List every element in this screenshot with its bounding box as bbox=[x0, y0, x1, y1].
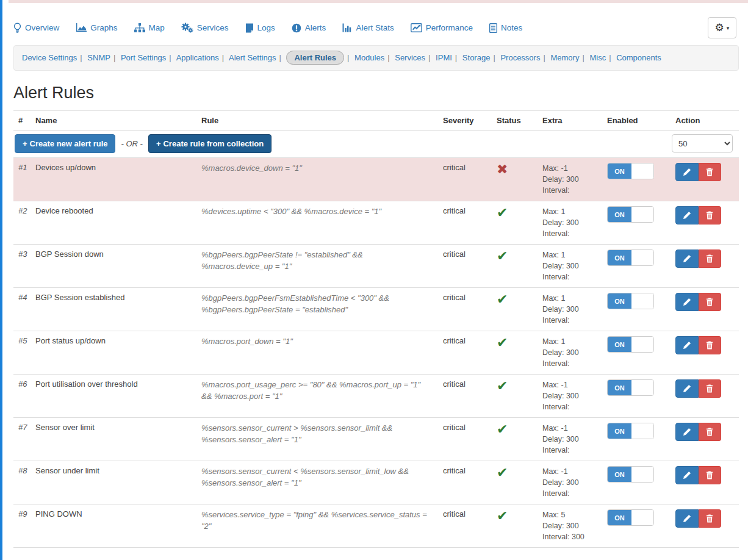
delete-rule-button[interactable] bbox=[699, 379, 721, 398]
subnav-alert-settings[interactable]: Alert Settings bbox=[229, 53, 276, 62]
delete-rule-button[interactable] bbox=[699, 293, 721, 311]
delete-rule-button[interactable] bbox=[699, 206, 721, 224]
create-new-alert-rule-button[interactable]: +Create new alert rule bbox=[15, 134, 115, 153]
rule-id: #3 bbox=[13, 245, 31, 288]
toggle-on-label: ON bbox=[608, 510, 631, 525]
extra-delay: Delay: 300 bbox=[542, 304, 597, 315]
delete-rule-button[interactable] bbox=[699, 509, 721, 528]
delete-rule-button[interactable] bbox=[699, 163, 721, 181]
sitemap-icon bbox=[134, 23, 145, 32]
subnav-storage[interactable]: Storage bbox=[462, 53, 491, 62]
page-size-select[interactable]: 50 bbox=[672, 134, 733, 153]
enabled-toggle[interactable]: ON bbox=[607, 423, 654, 439]
tab-label: Graphs bbox=[90, 23, 117, 32]
button-label: Create rule from collection bbox=[163, 139, 264, 148]
extra-delay: Delay: 300 bbox=[542, 390, 597, 401]
bar-chart-icon bbox=[342, 23, 352, 32]
tab-map[interactable]: Map bbox=[134, 23, 165, 32]
file-text-icon bbox=[489, 23, 497, 33]
plus-icon: + bbox=[23, 139, 27, 148]
status-check-icon bbox=[497, 205, 508, 220]
delete-rule-button[interactable] bbox=[699, 336, 721, 354]
enabled-toggle[interactable]: ON bbox=[607, 509, 654, 526]
subnav-services[interactable]: Services bbox=[395, 53, 425, 62]
gear-icon: ⚙ bbox=[715, 23, 724, 33]
toggle-handle bbox=[631, 380, 653, 395]
rule-severity: critical bbox=[438, 201, 492, 245]
subnav-misc[interactable]: Misc bbox=[589, 53, 606, 62]
toggle-on-label: ON bbox=[608, 207, 631, 222]
edit-rule-button[interactable] bbox=[675, 206, 699, 224]
subnav-modules[interactable]: Modules bbox=[354, 53, 384, 62]
table-header-row: # Name Rule Severity Status Extra Enable… bbox=[13, 111, 739, 131]
tab-alert-stats[interactable]: Alert Stats bbox=[342, 23, 394, 32]
toggle-handle bbox=[631, 293, 653, 309]
edit-rule-button[interactable] bbox=[675, 249, 699, 268]
edit-rule-button[interactable] bbox=[675, 509, 699, 528]
edit-rule-button[interactable] bbox=[675, 423, 699, 441]
toolbar-row: +Create new alert rule - OR - +Create ru… bbox=[13, 131, 739, 158]
extra-interval: Interval: bbox=[542, 315, 597, 326]
col-header-extra: Extra bbox=[538, 111, 602, 131]
rule-expression: %macros.port_down = "1" bbox=[196, 331, 438, 375]
col-header-num: # bbox=[13, 111, 31, 131]
tab-overview[interactable]: Overview bbox=[13, 23, 59, 34]
tab-graphs[interactable]: Graphs bbox=[76, 23, 117, 32]
extra-delay: Delay: 300 bbox=[542, 434, 597, 445]
tab-label: Overview bbox=[25, 23, 59, 32]
subnav-port-settings[interactable]: Port Settings bbox=[121, 53, 166, 62]
edit-rule-button[interactable] bbox=[675, 336, 699, 354]
delete-rule-button[interactable] bbox=[699, 249, 721, 268]
tab-notes[interactable]: Notes bbox=[489, 23, 522, 33]
toggle-on-label: ON bbox=[608, 250, 631, 265]
delete-rule-button[interactable] bbox=[699, 423, 721, 441]
extra-max: Max: 1 bbox=[542, 293, 597, 304]
subnav-snmp[interactable]: SNMP bbox=[87, 53, 110, 62]
device-settings-menu-button[interactable]: ⚙ ▾ bbox=[708, 17, 736, 38]
tab-label: Performance bbox=[426, 23, 473, 32]
enabled-toggle[interactable]: ON bbox=[607, 249, 654, 266]
toggle-on-label: ON bbox=[608, 163, 631, 179]
rule-severity: critical bbox=[438, 158, 492, 201]
enabled-toggle[interactable]: ON bbox=[607, 206, 654, 223]
tab-logs[interactable]: Logs bbox=[245, 23, 275, 33]
rule-expression: %macros.port_usage_perc >= "80" && %macr… bbox=[196, 375, 438, 418]
separator: | bbox=[428, 53, 430, 62]
line-chart-icon bbox=[411, 23, 422, 32]
tab-services[interactable]: Services bbox=[181, 23, 229, 33]
subnav-alert-rules-active[interactable]: Alert Rules bbox=[286, 51, 344, 65]
alert-rule-row: #1 Devices up/down %macros.device_down =… bbox=[13, 158, 739, 201]
separator: | bbox=[543, 53, 545, 62]
rule-severity: critical bbox=[438, 375, 492, 418]
enabled-toggle[interactable]: ON bbox=[607, 293, 654, 309]
edit-rule-button[interactable] bbox=[675, 293, 699, 311]
edit-rule-button[interactable] bbox=[675, 466, 699, 484]
extra-max: Max: 5 bbox=[542, 509, 597, 520]
edit-rule-button[interactable] bbox=[675, 163, 699, 181]
subnav-ipmi[interactable]: IPMI bbox=[436, 53, 452, 62]
or-text: - OR - bbox=[121, 139, 142, 148]
rule-severity: critical bbox=[438, 245, 492, 288]
alert-rule-row: #8 Sensor under limit %sensors.sensor_cu… bbox=[13, 461, 739, 504]
delete-rule-button[interactable] bbox=[699, 466, 721, 484]
enabled-toggle[interactable]: ON bbox=[607, 379, 654, 396]
subnav-device-settings[interactable]: Device Settings bbox=[22, 53, 77, 62]
toggle-on-label: ON bbox=[608, 380, 631, 395]
create-rule-from-collection-button[interactable]: +Create rule from collection bbox=[148, 134, 272, 153]
extra-interval: Interval: bbox=[542, 445, 597, 456]
enabled-toggle[interactable]: ON bbox=[607, 163, 654, 179]
subnav-components[interactable]: Components bbox=[616, 53, 661, 62]
tab-alerts[interactable]: Alerts bbox=[292, 23, 326, 33]
subnav-processors[interactable]: Processors bbox=[500, 53, 540, 62]
subnav-applications[interactable]: Applications bbox=[176, 53, 219, 62]
separator: | bbox=[80, 53, 82, 62]
edit-rule-button[interactable] bbox=[675, 379, 699, 398]
enabled-toggle[interactable]: ON bbox=[607, 336, 654, 353]
subnav-memory[interactable]: Memory bbox=[550, 53, 579, 62]
toggle-handle bbox=[631, 510, 653, 525]
toggle-handle bbox=[631, 467, 653, 482]
tab-performance[interactable]: Performance bbox=[411, 23, 473, 32]
toggle-handle bbox=[631, 337, 653, 352]
enabled-toggle[interactable]: ON bbox=[607, 466, 654, 483]
rule-id: #1 bbox=[13, 158, 31, 201]
